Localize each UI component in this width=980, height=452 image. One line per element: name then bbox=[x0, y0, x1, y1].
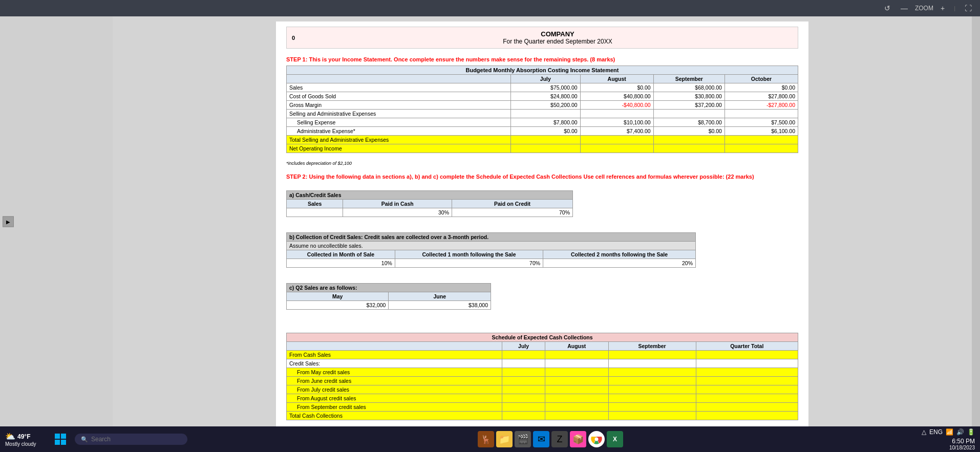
june-total bbox=[696, 377, 798, 385]
col-september: September bbox=[653, 75, 725, 83]
total-july bbox=[502, 412, 545, 420]
zoom-in-button[interactable]: + bbox=[938, 3, 948, 13]
credit-sales-september bbox=[608, 359, 696, 368]
cogs-august: $40,800.00 bbox=[580, 92, 653, 101]
row-label: Selling and Administrative Expenses bbox=[287, 110, 511, 118]
section-c-col-headers: May June bbox=[287, 292, 491, 301]
wifi-icon: 📶 bbox=[946, 428, 953, 436]
sound-icon: 🔊 bbox=[956, 428, 964, 436]
credit-sales-july bbox=[502, 359, 545, 368]
noi-july bbox=[511, 144, 581, 153]
expand-arrow-button[interactable]: ▶ bbox=[3, 216, 14, 227]
top-bar: ↺ — ZOOM + | ⛶ bbox=[0, 0, 980, 16]
minimize-button[interactable]: — bbox=[898, 3, 911, 13]
income-statement-title: Budgeted Monthly Absorption Costing Inco… bbox=[287, 66, 798, 75]
cell-empty bbox=[287, 208, 343, 217]
app-icon-5[interactable]: 📦 bbox=[570, 431, 586, 447]
file-manager-icon[interactable]: 📁 bbox=[496, 431, 513, 447]
section-c-title: c) Q2 Sales are as follows: bbox=[287, 284, 491, 292]
chrome-icon[interactable] bbox=[588, 431, 605, 447]
income-statement-title-row: Budgeted Monthly Absorption Costing Inco… bbox=[287, 66, 798, 75]
cash-credit-sales-table: a) Cash/Credit Sales Sales Paid in Cash … bbox=[286, 190, 573, 217]
col-label bbox=[287, 342, 502, 351]
excel-icon[interactable]: X bbox=[607, 431, 623, 447]
document-content: 0 COMPANY For the Quarter ended Septembe… bbox=[276, 21, 808, 426]
col-label bbox=[287, 75, 511, 83]
admin-august: $7,400.00 bbox=[580, 127, 653, 136]
credit-collection-table: b) Collection of Credit Sales: Credit sa… bbox=[286, 232, 696, 268]
cash-sales-september bbox=[608, 351, 696, 359]
row-label: Net Operating Income bbox=[287, 144, 511, 153]
media-icon[interactable]: 🎬 bbox=[515, 431, 531, 447]
selling-september: $8,700.00 bbox=[653, 118, 725, 127]
language-label: ENG bbox=[929, 428, 943, 436]
may-july bbox=[502, 368, 545, 377]
total-sa-july bbox=[511, 136, 581, 144]
taskbar-time-area: 6:50 PM 10/18/2023 bbox=[913, 438, 975, 450]
may-september bbox=[608, 368, 696, 377]
search-input[interactable] bbox=[91, 436, 173, 443]
paid-cash-pct: 30% bbox=[343, 208, 452, 217]
col-paid-credit: Paid on Credit bbox=[452, 200, 572, 208]
row-label: From July credit sales bbox=[287, 385, 502, 394]
z-app-icon[interactable]: Z bbox=[551, 431, 568, 447]
table-row: Gross Margin $50,200.00 -$40,800.00 $37,… bbox=[287, 101, 798, 110]
sales-october: $0.00 bbox=[725, 83, 798, 92]
aug-total bbox=[696, 394, 798, 403]
taskbar-search-box[interactable]: 🔍 bbox=[75, 434, 187, 445]
cash-collections-title-row: Schedule of Expected Cash Collections bbox=[287, 333, 798, 342]
system-tray-icons: △ ENG 📶 🔊 🔋 bbox=[922, 428, 975, 436]
row-label: Sales bbox=[287, 83, 511, 92]
total-quarter bbox=[696, 412, 798, 420]
notification-icon: △ bbox=[922, 428, 926, 436]
col-may: May bbox=[287, 292, 389, 301]
cash-collections-table: Schedule of Expected Cash Collections Ju… bbox=[286, 333, 798, 420]
company-header: 0 COMPANY For the Quarter ended Septembe… bbox=[286, 27, 798, 49]
reload-button[interactable]: ↺ bbox=[881, 3, 893, 13]
depreciation-note: *includes depreciation of $2,100 bbox=[286, 161, 798, 166]
main-content-area[interactable]: 0 COMPANY For the Quarter ended Septembe… bbox=[113, 16, 972, 426]
july-july bbox=[502, 385, 545, 394]
weather-icon: ⛅ bbox=[5, 432, 15, 441]
col-august: August bbox=[545, 342, 609, 351]
july-august bbox=[545, 385, 609, 394]
july-september bbox=[608, 385, 696, 394]
table-row: Total Cash Collections bbox=[287, 412, 798, 420]
section-a-col-headers: Sales Paid in Cash Paid on Credit bbox=[287, 200, 573, 208]
1month-pct: 70% bbox=[395, 259, 543, 268]
step1-label: STEP 1: This is your Income Statement. O… bbox=[286, 56, 798, 62]
section-a-header: a) Cash/Credit Sales bbox=[287, 191, 573, 200]
sep-september bbox=[608, 403, 696, 412]
table-row: From July credit sales bbox=[287, 385, 798, 394]
outlook-icon[interactable]: ✉ bbox=[533, 431, 549, 447]
june-sales: $38,000 bbox=[389, 301, 491, 310]
company-name: COMPANY bbox=[323, 30, 793, 38]
admin-october: $6,100.00 bbox=[725, 127, 798, 136]
svg-point-6 bbox=[595, 438, 599, 441]
table-row: Sales $75,000.00 $0.00 $68,000.00 $0.00 bbox=[287, 83, 798, 92]
table-row: Cost of Goods Sold $24,800.00 $40,800.00… bbox=[287, 92, 798, 101]
july-total bbox=[696, 385, 798, 394]
gm-october: -$27,800.00 bbox=[725, 101, 798, 110]
income-statement-header-row: July August September October bbox=[287, 75, 798, 83]
row-label: From September credit sales bbox=[287, 403, 502, 412]
total-sa-september bbox=[653, 136, 725, 144]
income-statement-table: Budgeted Monthly Absorption Costing Inco… bbox=[286, 66, 798, 153]
cash-collections-title: Schedule of Expected Cash Collections bbox=[287, 333, 798, 342]
row-label: Total Selling and Administrative Expense… bbox=[287, 136, 511, 144]
credit-sales-august bbox=[545, 359, 609, 368]
may-august bbox=[545, 368, 609, 377]
moose-app-icon[interactable]: 🦌 bbox=[478, 431, 494, 447]
windows-button[interactable] bbox=[50, 429, 71, 449]
col-june: June bbox=[389, 292, 491, 301]
expand-button[interactable]: ⛶ bbox=[962, 3, 975, 13]
cash-sales-august bbox=[545, 351, 609, 359]
svg-rect-2 bbox=[55, 440, 60, 445]
cash-sales-july bbox=[502, 351, 545, 359]
sales-august: $0.00 bbox=[580, 83, 653, 92]
right-scrollbar[interactable] bbox=[972, 16, 980, 426]
total-august bbox=[545, 412, 609, 420]
left-panel: ▶ bbox=[0, 16, 113, 426]
total-september bbox=[608, 412, 696, 420]
june-september bbox=[608, 377, 696, 385]
